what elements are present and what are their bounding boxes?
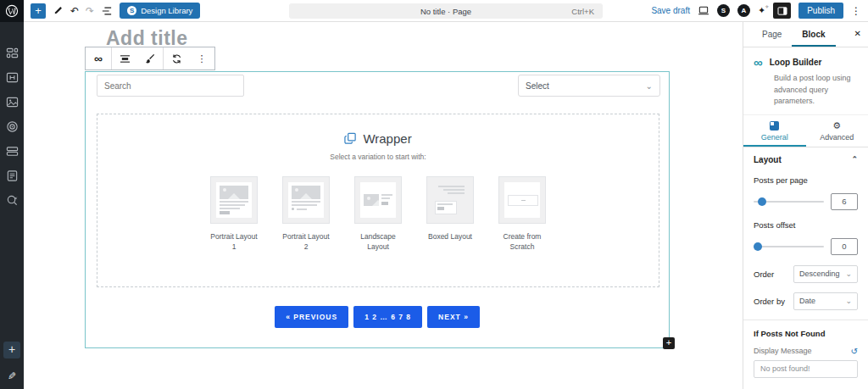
general-tab-icon — [770, 121, 779, 131]
rail-edit-icon[interactable]: ✎ — [8, 370, 16, 382]
search-settings-icon[interactable] — [5, 193, 19, 207]
tools-pencil-icon[interactable] — [53, 5, 64, 16]
loop-search-input[interactable] — [97, 75, 244, 97]
plugin-rail: + ✎ — [0, 0, 24, 389]
select-value: Select — [526, 81, 549, 91]
variation-thumbnail — [498, 176, 546, 224]
posts-per-page-label: Posts per page — [754, 175, 858, 185]
publish-button[interactable]: Publish — [798, 3, 843, 19]
block-inserter-button[interactable]: + — [31, 3, 46, 19]
variation-thumbnail — [426, 176, 474, 224]
if-posts-not-found-title: If Posts Not Found — [754, 329, 858, 338]
posts-per-page-slider[interactable] — [754, 201, 824, 203]
target-icon[interactable] — [5, 119, 19, 133]
rail-add-button[interactable]: + — [3, 342, 20, 358]
settings-sidebar: Page Block ✕ ∞ Loop Builder Build a post… — [743, 22, 868, 389]
variation-portrait-1[interactable]: Portrait Layout 1 — [208, 176, 260, 253]
undo-icon[interactable]: ↶ — [70, 5, 79, 17]
tab-block[interactable]: Block — [792, 22, 835, 47]
variation-thumbnail — [210, 176, 258, 224]
slider-thumb[interactable] — [758, 197, 766, 206]
variation-landscape[interactable]: Landscape Layout — [352, 176, 404, 253]
posts-offset-slider[interactable] — [754, 246, 824, 247]
plugin-s-icon[interactable]: S — [717, 4, 730, 17]
settings-sidebar-toggle[interactable] — [773, 3, 791, 19]
reset-icon[interactable]: ↺ — [851, 347, 858, 356]
block-card-title: Loop Builder — [770, 58, 822, 67]
align-icon[interactable] — [112, 47, 137, 69]
layout-panel-toggle[interactable]: Layout ⌃ — [754, 147, 858, 172]
ai-sparkles-icon[interactable]: ✦ — [758, 5, 765, 16]
chevron-down-icon: ⌄ — [646, 81, 653, 91]
chevron-up-icon: ⌃ — [851, 155, 858, 164]
slider-thumb[interactable] — [754, 242, 762, 251]
list-view-icon[interactable] — [101, 6, 113, 16]
save-draft-button[interactable]: Save draft — [651, 6, 690, 15]
options-kebab-icon[interactable]: ⋮ — [851, 5, 861, 17]
editor-top-bar: + ↶ ↷ S Design Library No title · Page C… — [24, 0, 868, 22]
wrapper-copy-icon — [344, 132, 357, 145]
append-block-button[interactable]: + — [663, 337, 675, 349]
display-message-label: Display Message — [754, 347, 812, 355]
order-by-select[interactable]: Date ⌄ — [793, 292, 858, 310]
loop-filter-select[interactable]: Select ⌄ — [518, 75, 660, 97]
variation-thumbnail — [354, 176, 402, 224]
posts-offset-label: Posts offset — [754, 220, 858, 230]
loop-builder-block[interactable]: Select ⌄ Wrapper Select a variation to s… — [85, 71, 670, 348]
design-library-button[interactable]: S Design Library — [120, 3, 200, 19]
loop-builder-icon: ∞ — [754, 56, 763, 69]
next-button[interactable]: NEXT » — [427, 306, 480, 328]
chevron-down-icon: ⌄ — [845, 270, 852, 278]
design-library-icon: S — [127, 6, 136, 15]
variation-thumbnail — [282, 176, 330, 224]
wrapper-placeholder: Wrapper Select a variation to start with… — [97, 114, 659, 287]
block-card-description: Build a post loop using advanced query p… — [774, 73, 858, 108]
plugin-a-icon[interactable]: A — [737, 4, 750, 17]
tab-advanced[interactable]: ⚙ Advanced — [806, 115, 868, 147]
close-sidebar-icon[interactable]: ✕ — [854, 29, 861, 38]
wordpress-icon — [5, 4, 19, 18]
tab-general[interactable]: General — [743, 115, 806, 147]
redo-icon[interactable]: ↷ — [86, 5, 94, 17]
editor-canvas: Add title ∞ ⋮ Select ⌄ Wrapper Select — [24, 22, 743, 389]
posts-offset-input[interactable] — [831, 238, 858, 255]
block-card: ∞ Loop Builder Build a post loop using a… — [743, 47, 868, 115]
order-label: Order — [754, 270, 774, 279]
display-message-input[interactable] — [754, 360, 858, 378]
preview-icon[interactable] — [698, 6, 709, 15]
chevron-down-icon: ⌄ — [845, 297, 852, 305]
order-select[interactable]: Descending ⌄ — [793, 265, 858, 283]
wordpress-logo[interactable] — [0, 0, 24, 22]
styles-brush-icon[interactable] — [137, 47, 163, 69]
order-by-label: Order by — [754, 297, 785, 306]
command-shortcut: Ctrl+K — [571, 7, 594, 16]
pagination: « PREVIOUS 1 2 … 6 7 8 NEXT » — [86, 306, 669, 328]
image-icon[interactable] — [5, 95, 19, 108]
rows-icon[interactable] — [5, 144, 19, 158]
previous-button[interactable]: « PREVIOUS — [275, 306, 348, 328]
variation-list: Portrait Layout 1 Portrait Layout 2 — [208, 176, 548, 253]
variation-boxed[interactable]: Boxed Layout — [424, 176, 476, 253]
block-toolbar: ∞ ⋮ — [85, 47, 215, 70]
variation-scratch[interactable]: Create from Scratch — [496, 176, 548, 253]
wrapper-title: Wrapper — [363, 131, 411, 146]
wrapper-subtitle: Select a variation to start with: — [330, 153, 426, 161]
sync-icon[interactable] — [164, 47, 189, 69]
loop-builder-block-icon[interactable]: ∞ — [86, 47, 111, 69]
variation-portrait-2[interactable]: Portrait Layout 2 — [280, 176, 332, 253]
posts-per-page-input[interactable] — [831, 193, 858, 210]
heading-icon[interactable] — [5, 70, 19, 84]
gear-icon: ⚙ — [832, 121, 841, 131]
tab-page[interactable]: Page — [752, 22, 792, 47]
block-options-kebab-icon[interactable]: ⋮ — [189, 47, 214, 69]
notes-icon[interactable] — [5, 169, 19, 182]
page-numbers-button[interactable]: 1 2 … 6 7 8 — [353, 306, 422, 328]
document-title: No title · Page — [420, 7, 471, 16]
document-command-bar[interactable]: No title · Page Ctrl+K — [289, 3, 603, 19]
layouts-icon[interactable] — [5, 46, 19, 59]
